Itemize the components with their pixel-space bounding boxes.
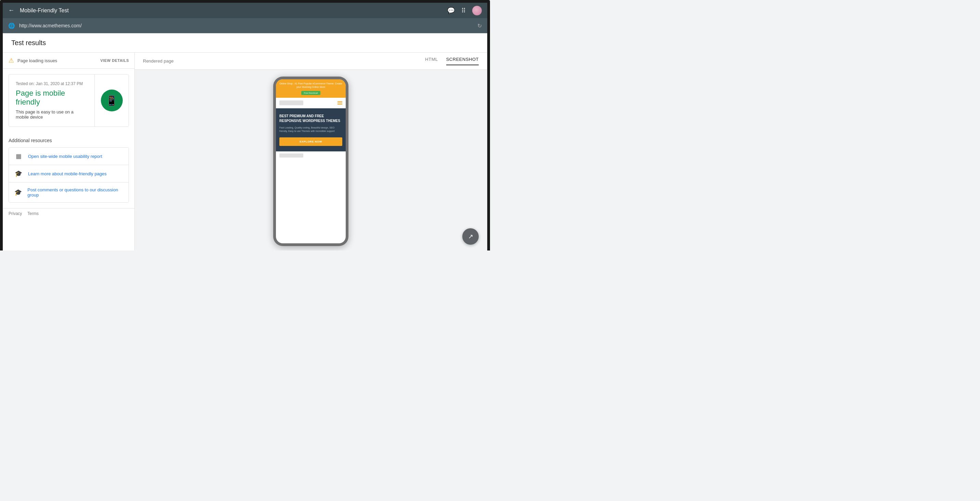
resource-item-learn[interactable]: 🎓 Learn more about mobile-friendly pages: [9, 165, 129, 182]
footer: Privacy Terms: [3, 208, 134, 219]
right-panel-header: Rendered page HTML SCREENSHOT: [135, 52, 487, 70]
phone-feature-label: [276, 151, 346, 160]
refresh-icon[interactable]: ↻: [477, 22, 482, 29]
tested-on-text: Tested on: Jan 31, 2020 at 12:37 PM: [16, 81, 88, 86]
tab-group: HTML SCREENSHOT: [425, 57, 479, 65]
apps-icon[interactable]: ⠿: [460, 7, 467, 14]
mobile-friendly-title: Page is mobile friendly: [16, 89, 88, 107]
content-area: ⚠ Page loading issues VIEW DETAILS Teste…: [3, 52, 487, 251]
resource-text-usability: Open site-wide mobile usability report: [28, 154, 102, 159]
resource-item-usability[interactable]: ▦ Open site-wide mobile usability report: [9, 147, 129, 165]
phone-hero-desc: Fast Loading, Quality coding, Beautiful …: [279, 126, 342, 133]
toolbar-icons: 💬 ⠿: [448, 6, 482, 15]
additional-resources: Additional resources ▦ Open site-wide mo…: [3, 132, 134, 208]
notification-icon[interactable]: 💬: [448, 7, 455, 14]
result-card-icon: 📱: [94, 75, 129, 127]
privacy-link[interactable]: Privacy: [8, 211, 22, 216]
share-fab-button[interactable]: ↗: [462, 228, 479, 245]
phone-screen: Online Shop : #1 Free Popular eCommerce …: [276, 79, 346, 243]
warning-icon: ⚠: [8, 57, 14, 64]
phone-explore-btn[interactable]: EXPLORE NOW: [279, 137, 342, 146]
page-title: Mobile-Friendly Test: [20, 8, 442, 14]
phone-hamburger-icon[interactable]: [337, 101, 342, 105]
resource-item-comments[interactable]: 🎓 Post comments or questions to our disc…: [9, 182, 129, 202]
mobile-check-icon: 📱: [101, 90, 123, 111]
chrome-toolbar: ← Mobile-Friendly Test 💬 ⠿: [3, 3, 487, 18]
tab-html[interactable]: HTML: [425, 57, 438, 65]
hamburger-line-1: [337, 101, 342, 102]
share-icon: ↗: [468, 233, 473, 240]
result-card: Tested on: Jan 31, 2020 at 12:37 PM Page…: [8, 74, 129, 127]
test-results-header: Test results: [3, 33, 487, 52]
tab-screenshot[interactable]: SCREENSHOT: [446, 57, 479, 65]
issues-text: Page loading issues: [18, 58, 97, 63]
hamburger-line-2: [337, 103, 342, 103]
feature-placeholder: [279, 154, 303, 157]
mobile-friendly-desc: This page is easy to use on a mobile dev…: [16, 109, 88, 120]
phone-preview-area: Online Shop : #1 Free Popular eCommerce …: [135, 70, 487, 251]
phone-frame: Online Shop : #1 Free Popular eCommerce …: [273, 76, 348, 246]
test-results-title: Test results: [11, 39, 479, 47]
usability-icon: ▦: [14, 152, 22, 160]
issues-bar: ⚠ Page loading issues VIEW DETAILS: [3, 52, 134, 69]
learn-icon: 🎓: [14, 170, 22, 178]
phone-hero-title: BEST PREMIUM AND FREE RESPONSIVE WORDPRE…: [279, 114, 342, 124]
view-details-link[interactable]: VIEW DETAILS: [100, 59, 129, 63]
phone-banner: Online Shop : #1 Free Popular eCommerce …: [276, 79, 346, 98]
back-button[interactable]: ←: [8, 7, 14, 14]
comments-icon: 🎓: [14, 189, 22, 196]
left-panel: ⚠ Page loading issues VIEW DETAILS Teste…: [3, 52, 135, 251]
address-bar: 🌐 ↻: [3, 18, 487, 33]
terms-link[interactable]: Terms: [27, 211, 39, 216]
resource-text-learn: Learn more about mobile-friendly pages: [28, 171, 107, 176]
main-content: Test results ⚠ Page loading issues VIEW …: [3, 33, 487, 251]
result-card-left: Tested on: Jan 31, 2020 at 12:37 PM Page…: [9, 75, 94, 127]
resource-list: ▦ Open site-wide mobile usability report…: [8, 147, 129, 203]
avatar[interactable]: [472, 6, 482, 15]
globe-icon: 🌐: [8, 22, 15, 29]
phone-banner-text: Online Shop : #1 Free Popular eCommerce …: [279, 82, 342, 89]
phone-logo: [279, 100, 303, 105]
phone-nav: [276, 98, 346, 108]
right-panel: Rendered page HTML SCREENSHOT Online Sho…: [135, 52, 487, 251]
phone-icon: 📱: [106, 95, 118, 106]
hamburger-line-3: [337, 104, 342, 105]
phone-free-download-btn[interactable]: Free Download: [301, 91, 321, 95]
phone-hero: BEST PREMIUM AND FREE RESPONSIVE WORDPRE…: [276, 108, 346, 151]
resource-text-comments: Post comments or questions to our discus…: [27, 187, 123, 198]
rendered-page-label: Rendered page: [143, 59, 174, 63]
url-input[interactable]: [19, 23, 473, 29]
browser-window: ← Mobile-Friendly Test 💬 ⠿ 🌐 ↻ Test resu…: [0, 0, 490, 251]
additional-resources-title: Additional resources: [8, 138, 129, 143]
